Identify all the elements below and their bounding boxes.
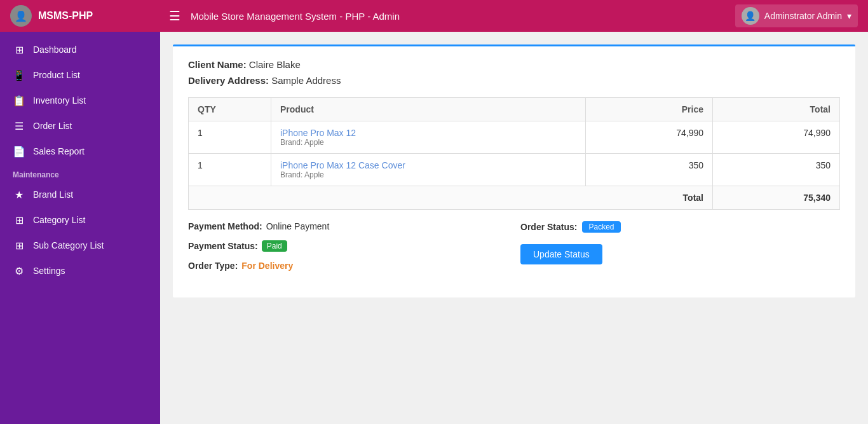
payment-method-row: Payment Method: Online Payment <box>188 221 508 231</box>
col-total: Total <box>713 98 840 121</box>
order-detail-card: Client Name: Claire Blake Delivery Addre… <box>173 44 855 297</box>
order-status-label: Order Status: <box>520 222 577 232</box>
settings-icon: ⚙ <box>13 264 25 277</box>
footer-info-left: Payment Method: Online Payment Payment S… <box>188 221 508 280</box>
sidebar-item-dashboard[interactable]: ⊞ Dashboard <box>0 37 160 62</box>
brand-avatar: 👤 <box>10 5 32 27</box>
delivery-address-row: Delivery Address: Sample Address <box>188 75 840 86</box>
sidebar-item-brand-list[interactable]: ★ Brand List <box>0 182 160 207</box>
navbar-brand: 👤 MSMS-PHP <box>10 5 169 27</box>
payment-method-value: Online Payment <box>266 221 330 231</box>
sub-category-list-icon: ⊞ <box>13 239 25 252</box>
col-product: Product <box>271 98 586 121</box>
maintenance-section-label: Maintenance <box>0 164 160 182</box>
delivery-address-label: Delivery Address: <box>188 75 269 86</box>
app-title: Mobile Store Management System - PHP - A… <box>191 11 400 22</box>
update-status-button[interactable]: Update Status <box>520 244 602 264</box>
row2-qty: 1 <box>189 154 271 186</box>
payment-status-row: Payment Status: Paid <box>188 240 508 252</box>
order-type-value: For Delivery <box>241 261 293 271</box>
row1-product-brand: Brand: Apple <box>280 138 576 147</box>
col-price: Price <box>586 98 713 121</box>
sidebar-item-category-list[interactable]: ⊞ Category List <box>0 207 160 233</box>
total-row: Total 75,340 <box>189 186 840 210</box>
row2-product-name: iPhone Pro Max 12 Case Cover <box>280 160 576 170</box>
client-name-row: Client Name: Claire Blake <box>188 59 840 70</box>
sidebar-item-settings[interactable]: ⚙ Settings <box>0 258 160 284</box>
sidebar-label-inventory-list: Inventory List <box>33 95 86 106</box>
sidebar-item-sub-category-list[interactable]: ⊞ Sub Category List <box>0 233 160 258</box>
sidebar-item-product-list[interactable]: 📱 Product List <box>0 62 160 88</box>
main-content: Client Name: Claire Blake Delivery Addre… <box>160 32 868 424</box>
order-status-badge: Packed <box>582 221 620 233</box>
table-row: 1 iPhone Pro Max 12 Case Cover Brand: Ap… <box>189 154 840 186</box>
sidebar-item-sales-report[interactable]: 📄 Sales Report <box>0 139 160 164</box>
footer-info: Payment Method: Online Payment Payment S… <box>188 221 840 280</box>
order-table: QTY Product Price Total 1 iPhone Pro Max… <box>188 97 840 210</box>
category-list-icon: ⊞ <box>13 214 25 226</box>
table-row: 1 iPhone Pro Max 12 Brand: Apple 74,990 … <box>189 121 840 154</box>
navbar-right: 👤 Adminstrator Admin ▾ <box>735 4 858 27</box>
payment-status-badge: Paid <box>262 240 287 252</box>
brand-list-icon: ★ <box>13 188 25 201</box>
layout: ⊞ Dashboard 📱 Product List 📋 Inventory L… <box>0 32 868 424</box>
order-type-label: Order Type: <box>188 261 238 271</box>
row1-qty: 1 <box>189 121 271 154</box>
sidebar-label-dashboard: Dashboard <box>33 44 77 55</box>
navbar-center: ☰ Mobile Store Management System - PHP -… <box>169 8 735 24</box>
grand-total: 75,340 <box>713 186 840 210</box>
order-status-row: Order Status: Packed <box>520 221 621 233</box>
user-menu[interactable]: 👤 Adminstrator Admin ▾ <box>735 4 858 27</box>
brand-name: MSMS-PHP <box>38 10 93 22</box>
client-name-label: Client Name: <box>188 59 247 70</box>
row2-product: iPhone Pro Max 12 Case Cover Brand: Appl… <box>271 154 586 186</box>
sidebar-label-settings: Settings <box>33 266 65 276</box>
footer-info-right: Order Status: Packed Update Status <box>508 221 840 280</box>
sidebar-item-order-list[interactable]: ☰ Order List <box>0 113 160 139</box>
sidebar-item-inventory-list[interactable]: 📋 Inventory List <box>0 88 160 113</box>
navbar: 👤 MSMS-PHP ☰ Mobile Store Management Sys… <box>0 0 868 32</box>
sidebar-label-brand-list: Brand List <box>33 189 73 200</box>
row1-product-name: iPhone Pro Max 12 <box>280 128 576 138</box>
sidebar: ⊞ Dashboard 📱 Product List 📋 Inventory L… <box>0 32 160 424</box>
row1-price: 74,990 <box>586 121 713 154</box>
payment-method-label: Payment Method: <box>188 221 262 231</box>
sidebar-label-sub-category-list: Sub Category List <box>33 240 104 250</box>
inventory-list-icon: 📋 <box>13 94 25 107</box>
col-qty: QTY <box>189 98 271 121</box>
total-label: Total <box>189 186 713 210</box>
row2-total: 350 <box>713 154 840 186</box>
hamburger-icon[interactable]: ☰ <box>169 8 180 24</box>
dropdown-icon: ▾ <box>847 11 851 21</box>
user-name: Adminstrator Admin <box>764 11 842 21</box>
sidebar-label-order-list: Order List <box>33 121 72 131</box>
sidebar-label-category-list: Category List <box>33 215 85 225</box>
payment-status-label: Payment Status: <box>188 241 258 251</box>
client-name-value: Claire Blake <box>249 59 301 70</box>
row1-product: iPhone Pro Max 12 Brand: Apple <box>271 121 586 154</box>
row1-total: 74,990 <box>713 121 840 154</box>
row2-price: 350 <box>586 154 713 186</box>
order-list-icon: ☰ <box>13 120 25 132</box>
sales-report-icon: 📄 <box>13 145 25 158</box>
product-list-icon: 📱 <box>13 69 25 81</box>
dashboard-icon: ⊞ <box>13 43 25 56</box>
sidebar-label-product-list: Product List <box>33 70 80 80</box>
user-avatar: 👤 <box>742 7 759 25</box>
order-type-row: Order Type: For Delivery <box>188 261 508 271</box>
row2-product-brand: Brand: Apple <box>280 170 576 179</box>
delivery-address-value: Sample Address <box>271 75 341 86</box>
sidebar-label-sales-report: Sales Report <box>33 146 85 156</box>
